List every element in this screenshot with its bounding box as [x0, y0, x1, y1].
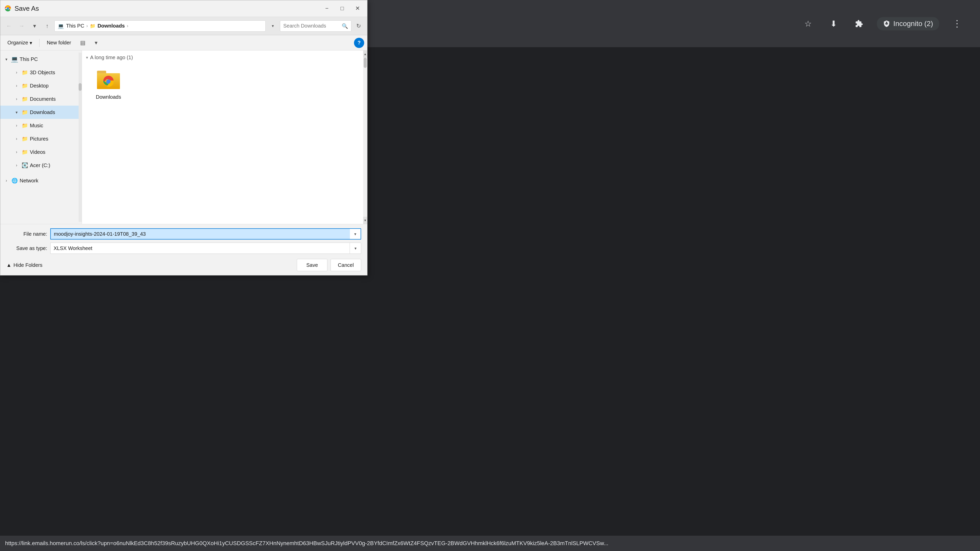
section-header: ▾ A long time ago (1): [86, 55, 359, 60]
toolbar: Organize ▾ New folder ▤ ▾ ?: [0, 35, 367, 51]
status-bar: https://link.emails.homerun.co/ls/click?…: [0, 536, 980, 551]
address-this-pc: This PC: [66, 23, 84, 29]
search-input[interactable]: [283, 23, 340, 29]
new-folder-label: New folder: [47, 40, 71, 46]
dialog-overlay: Save As − □ ✕ ← → ▾ ↑ 💻 This PC › 📁 Down…: [0, 0, 368, 275]
files-area: ▾ A long time ago (1): [82, 51, 363, 224]
save-as-dialog: Save As − □ ✕ ← → ▾ ↑ 💻 This PC › 📁 Down…: [0, 0, 368, 275]
view-button[interactable]: ▤: [77, 38, 89, 48]
recent-locations-button[interactable]: ▾: [29, 21, 40, 32]
section-label: A long time ago (1): [90, 55, 133, 60]
sidebar-scroll-wrapper: ▾ 💻 This PC › 📁 3D Objects ›: [0, 52, 82, 222]
desktop-icon: 📁: [21, 82, 28, 89]
music-label: Music: [30, 123, 43, 129]
chrome-icon-in-folder: [103, 76, 115, 87]
hide-folders-button[interactable]: ▲ Hide Folders: [6, 262, 42, 268]
help-label: ?: [358, 40, 361, 46]
sidebar-scroll-thumb[interactable]: [79, 83, 82, 91]
downloads-folder-icon-container: [96, 68, 121, 92]
up-button[interactable]: ↑: [41, 21, 53, 32]
navigation-bar: ← → ▾ ↑ 💻 This PC › 📁 Downloads › ▾ 🔍: [0, 17, 367, 35]
sidebar-item-pictures[interactable]: › 📁 Pictures: [0, 132, 79, 145]
sidebar-item-network[interactable]: › 🌐 Network: [0, 174, 79, 187]
folder-body: [97, 73, 120, 89]
chrome-logo-icon: [4, 5, 11, 12]
3d-objects-expand-arrow: ›: [14, 69, 20, 76]
svg-point-0: [6, 7, 9, 10]
address-dropdown-button[interactable]: ▾: [267, 21, 278, 32]
search-box: 🔍: [280, 21, 352, 32]
refresh-button[interactable]: ↻: [353, 21, 364, 32]
address-bar[interactable]: 💻 This PC › 📁 Downloads ›: [54, 21, 266, 32]
incognito-badge[interactable]: Incognito (2): [877, 17, 939, 30]
organize-button[interactable]: Organize ▾: [3, 38, 36, 48]
save-as-type-dropdown-button[interactable]: ▾: [350, 243, 361, 254]
minimize-button[interactable]: −: [321, 3, 332, 14]
extensions-button[interactable]: [851, 16, 867, 32]
main-scrollbar-container: ▾ A long time ago (1): [82, 51, 367, 224]
bottom-section: File name: ▾ Save as type: XLSX Workshee…: [0, 224, 367, 275]
dialog-title: Save As: [14, 5, 321, 13]
address-downloads: Downloads: [97, 23, 125, 29]
scroll-up-button[interactable]: ▲: [363, 51, 367, 58]
main-scrollbar[interactable]: ▲ ▼: [363, 51, 367, 224]
sidebar-item-documents[interactable]: › 📁 Documents: [0, 92, 79, 106]
file-name-input-container: ▾: [50, 228, 361, 240]
section-chevron: ▾: [86, 55, 88, 60]
title-bar-controls: − □ ✕: [321, 3, 363, 14]
sidebar-item-this-pc[interactable]: ▾ 💻 This PC: [0, 52, 79, 66]
main-content: ▾ A long time ago (1): [82, 51, 367, 224]
cancel-button[interactable]: Cancel: [331, 259, 361, 271]
bookmark-button[interactable]: ☆: [800, 16, 816, 32]
sidebar-scrollbar[interactable]: [79, 52, 82, 222]
new-folder-button[interactable]: New folder: [43, 38, 75, 48]
sidebar-item-music[interactable]: › 📁 Music: [0, 119, 79, 132]
save-button[interactable]: Save: [297, 259, 328, 271]
organize-label: Organize: [7, 40, 28, 46]
file-name-label: File name:: [6, 231, 47, 237]
address-separator-2: ›: [127, 23, 128, 29]
sidebar-item-acer-c[interactable]: › 💽 Acer (C:): [0, 159, 79, 172]
save-as-type-row: Save as type: XLSX Worksheet ▾: [6, 243, 361, 254]
close-button[interactable]: ✕: [352, 3, 363, 14]
save-as-type-container: XLSX Worksheet ▾: [50, 243, 361, 254]
this-pc-expand-arrow: ▾: [3, 56, 10, 62]
downloads-expand-arrow: ▾: [14, 109, 20, 115]
scroll-down-button[interactable]: ▼: [363, 217, 367, 224]
sidebar-item-desktop[interactable]: › 📁 Desktop: [0, 79, 79, 92]
scroll-thumb[interactable]: [364, 58, 367, 68]
cancel-button-label: Cancel: [338, 262, 354, 268]
file-name-dropdown-button[interactable]: ▾: [350, 228, 361, 240]
save-button-label: Save: [306, 262, 318, 268]
network-label: Network: [20, 178, 38, 184]
address-separator-1: ›: [86, 23, 88, 29]
organize-arrow: ▾: [30, 40, 32, 46]
file-name-input[interactable]: [50, 228, 350, 240]
network-icon: 🌐: [11, 177, 18, 184]
this-pc-label: This PC: [20, 56, 38, 62]
back-button[interactable]: ←: [3, 21, 14, 32]
hide-folders-label: Hide Folders: [14, 262, 42, 268]
desktop-expand-arrow: ›: [14, 83, 20, 89]
chrome-menu-button[interactable]: ⋮: [950, 16, 965, 32]
sidebar: ▾ 💻 This PC › 📁 3D Objects ›: [0, 51, 82, 224]
file-name-row: File name: ▾: [6, 228, 361, 240]
search-icon: 🔍: [342, 23, 348, 29]
sidebar-item-downloads[interactable]: ▾ 📁 Downloads: [0, 106, 79, 119]
videos-label: Videos: [30, 149, 45, 155]
music-expand-arrow: ›: [14, 122, 20, 129]
download-button[interactable]: ⬇: [826, 16, 841, 32]
downloads-icon: 📁: [21, 109, 28, 116]
sidebar-item-videos[interactable]: › 📁 Videos: [0, 145, 79, 159]
documents-label: Documents: [30, 96, 56, 102]
network-expand-arrow: ›: [3, 178, 10, 184]
toolbar-separator: [39, 39, 40, 47]
downloads-label: Downloads: [30, 110, 55, 115]
forward-button[interactable]: →: [16, 21, 27, 32]
maximize-button[interactable]: □: [337, 3, 348, 14]
file-item-downloads[interactable]: Downloads: [88, 65, 129, 103]
view-dropdown-button[interactable]: ▾: [91, 38, 102, 48]
action-row: ▲ Hide Folders Save Cancel: [6, 257, 361, 272]
help-button[interactable]: ?: [354, 38, 364, 48]
sidebar-item-3d-objects[interactable]: › 📁 3D Objects: [0, 66, 79, 79]
